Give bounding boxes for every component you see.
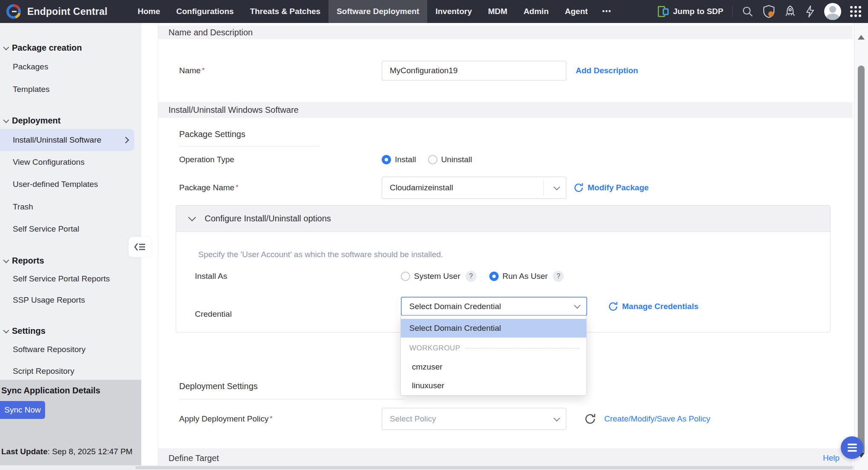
help-link[interactable]: Help — [823, 453, 839, 463]
sidebar-item-templates[interactable]: Templates — [13, 85, 50, 94]
last-update-label: Last Update — [1, 447, 48, 456]
nav-item-mdm[interactable]: MDM — [480, 0, 515, 23]
apply-deployment-policy-label: Apply Deployment Policy* — [179, 408, 272, 430]
sync-last-update: Last Update: Sep 8, 2025 12:47 PM — [1, 447, 132, 456]
modify-package-link[interactable]: Modify Package — [588, 183, 649, 192]
chevron-down-icon — [3, 327, 9, 333]
nav-more-icon[interactable]: ⋯ — [596, 0, 618, 23]
name-input[interactable] — [382, 61, 566, 80]
help-icon[interactable]: ? — [553, 271, 564, 282]
section-header-install-uninstall: Install/Uninstall Windows Software — [158, 102, 853, 118]
required-asterisk: * — [270, 415, 272, 423]
credential-dropdown: Select Domain Credential WORKGROUP cmzus… — [400, 315, 587, 395]
configure-options-box: Configure Install/Uninstall options Spec… — [176, 205, 831, 332]
endpoint-central-screen: Endpoint Central Home Configurations Thr… — [0, 0, 868, 470]
help-icon[interactable]: ? — [465, 271, 477, 282]
nav-item-software-deployment[interactable]: Software Deployment — [328, 0, 427, 23]
sidebar: Package creation Packages Templates Depl… — [0, 23, 141, 470]
sidebar-collapse-button[interactable] — [128, 237, 151, 257]
vertical-scrollbar[interactable] — [854, 23, 868, 470]
configure-options-header[interactable]: Configure Install/Uninstall options — [176, 206, 830, 232]
nav-item-inventory[interactable]: Inventory — [427, 0, 480, 23]
user-avatar[interactable] — [824, 3, 841, 20]
nav-divider — [732, 6, 733, 17]
dropdown-option-cmzuser[interactable]: cmzuser — [412, 359, 443, 375]
sidebar-section-package-creation[interactable]: Package creation — [3, 43, 82, 53]
sync-now-button[interactable]: Sync Now — [0, 401, 45, 419]
nav-item-home[interactable]: Home — [129, 0, 168, 23]
create-modify-save-policy-link[interactable]: Create/Modify/Save As Policy — [604, 414, 710, 424]
dropdown-group-workgroup: WORKGROUP — [409, 342, 580, 354]
sidebar-item-view-configurations[interactable]: View Configurations — [13, 158, 85, 167]
policy-links-row: Create/Modify/Save As Policy — [584, 408, 710, 430]
chevron-down-icon — [3, 117, 9, 123]
modify-package-row: Modify Package — [573, 177, 649, 199]
brand[interactable]: Endpoint Central — [0, 4, 107, 19]
chevron-down-icon — [554, 183, 560, 190]
nav-item-configurations[interactable]: Configurations — [168, 0, 242, 23]
sidebar-item-trash[interactable]: Trash — [13, 202, 33, 212]
nav-item-threats-patches[interactable]: Threats & Patches — [242, 0, 328, 23]
radio-system-user[interactable] — [401, 272, 410, 281]
operation-type-label: Operation Type — [179, 150, 234, 169]
refresh-icon[interactable] — [584, 413, 597, 425]
chevron-right-icon — [123, 137, 129, 143]
nav-menu: Home Configurations Threats & Patches So… — [129, 0, 618, 23]
nav-right-cluster: Jump to SDP — [658, 3, 868, 20]
sidebar-item-script-repository[interactable]: Script Repository — [13, 367, 74, 376]
install-as-label: Install As — [195, 267, 227, 286]
top-nav: Endpoint Central Home Configurations Thr… — [0, 0, 868, 23]
package-settings-heading: Package Settings — [179, 129, 320, 146]
add-description-link[interactable]: Add Description — [576, 61, 638, 80]
name-label: Name* — [179, 61, 205, 80]
radio-uninstall[interactable] — [428, 155, 437, 164]
chevron-down-icon — [3, 257, 9, 263]
install-as-radios: System User ? Run As User ? — [401, 267, 564, 286]
sidebar-section-settings[interactable]: Settings — [3, 326, 46, 336]
dropdown-option-select-domain-credential[interactable]: Select Domain Credential — [401, 319, 586, 338]
search-icon[interactable] — [742, 6, 754, 17]
sidebar-item-ssp-usage-reports[interactable]: SSP Usage Reports — [13, 295, 85, 305]
security-shield-icon[interactable] — [762, 5, 775, 18]
last-update-value: : Sep 8, 2025 12:47 PM — [48, 447, 133, 456]
credential-select[interactable]: Select Domain Credential — [401, 297, 587, 316]
jump-to-sdp-label: Jump to SDP — [673, 7, 723, 16]
sidebar-item-user-defined-templates[interactable]: User-defined Templates — [13, 180, 98, 189]
manage-credentials-row: Manage Credentials — [608, 297, 699, 316]
required-asterisk: * — [202, 67, 205, 75]
sidebar-item-packages[interactable]: Packages — [13, 62, 48, 72]
configure-options-title: Configure Install/Uninstall options — [205, 214, 331, 224]
package-name-label: Package Name* — [179, 177, 238, 199]
app-grid-icon[interactable] — [850, 6, 861, 17]
quick-actions-bolt-icon[interactable] — [805, 5, 815, 18]
sidebar-item-self-service-portal[interactable]: Self Service Portal — [13, 224, 79, 234]
scroll-up-arrow[interactable] — [858, 35, 865, 40]
sync-panel-title: Sync Application Details — [1, 386, 100, 395]
sidebar-section-deployment[interactable]: Deployment — [3, 116, 60, 126]
dotted-divider — [465, 348, 580, 349]
dropdown-option-linuxuser[interactable]: linuxuser — [412, 378, 444, 393]
floating-menu-button[interactable] — [841, 436, 863, 459]
chevron-down-icon — [554, 415, 560, 421]
avatar-silhouette — [829, 6, 836, 13]
radio-install-selected[interactable] — [382, 155, 391, 164]
sidebar-item-ssp-reports[interactable]: Self Service Portal Reports — [13, 274, 110, 284]
horizontal-scrollbar-thumb[interactable] — [135, 466, 853, 469]
vertical-scrollbar-thumb[interactable] — [858, 66, 865, 455]
sidebar-item-install-uninstall-software[interactable]: Install/Uninstall Software — [0, 129, 134, 151]
refresh-icon[interactable] — [573, 182, 584, 193]
radio-run-as-user-selected[interactable] — [489, 272, 499, 281]
assistant-bot-icon[interactable] — [784, 5, 796, 18]
chevron-down-icon — [574, 302, 581, 309]
required-asterisk: * — [236, 184, 238, 192]
refresh-icon[interactable] — [608, 301, 619, 312]
jump-to-sdp-button[interactable]: Jump to SDP — [658, 6, 723, 17]
nav-item-agent[interactable]: Agent — [557, 0, 596, 23]
package-name-select[interactable]: Cloudamizeinstall — [382, 177, 566, 199]
deployment-policy-select[interactable]: Select Policy — [382, 408, 566, 430]
manage-credentials-link[interactable]: Manage Credentials — [622, 302, 699, 311]
horizontal-scrollbar[interactable] — [0, 465, 868, 470]
nav-item-admin[interactable]: Admin — [515, 0, 557, 23]
sidebar-item-software-repository[interactable]: Software Repository — [13, 345, 86, 354]
sidebar-section-reports[interactable]: Reports — [3, 256, 44, 266]
